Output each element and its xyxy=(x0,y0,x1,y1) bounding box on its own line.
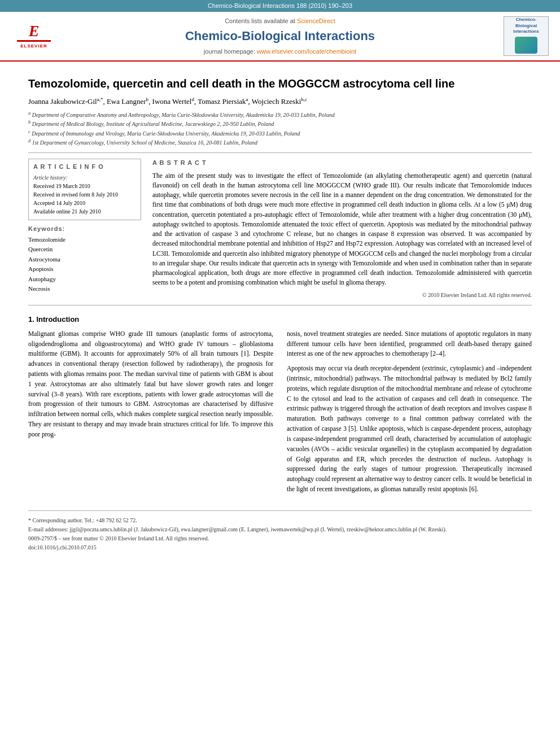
keywords-heading: Keywords: xyxy=(28,225,141,233)
emails-text: jjgil@poczta.umcs.lublin.pl (J. Jakubowi… xyxy=(69,526,447,532)
intro-right-col: nosis, novel treatment strategies are ne… xyxy=(287,329,532,499)
intro-para-1: Malignant gliomas comprise WHO grade III… xyxy=(28,329,273,440)
article-info-panel: A R T I C L E I N F O Article history: R… xyxy=(28,159,141,299)
doi-line: doi:10.1016/j.cbi.2010.07.015 xyxy=(28,544,532,552)
authors: Joanna Jakubowicz-Gila,*, Ewa Langnerb, … xyxy=(28,95,532,107)
contents-text: Contents lists available at xyxy=(225,18,295,24)
introduction-columns: Malignant gliomas comprise WHO grade III… xyxy=(28,329,532,499)
sciencedirect-link[interactable]: ScienceDirect xyxy=(297,18,335,24)
article-history-box: A R T I C L E I N F O Article history: R… xyxy=(28,159,141,220)
contents-line: Contents lists available at ScienceDirec… xyxy=(56,17,504,25)
article-info-heading: A R T I C L E I N F O xyxy=(33,163,136,171)
intro-left-col: Malignant gliomas comprise WHO grade III… xyxy=(28,329,273,499)
keyword-3: Astrocytoma xyxy=(28,255,141,264)
info-abstract-section: A R T I C L E I N F O Article history: R… xyxy=(28,159,532,299)
affiliation-b: b Department of Medical Biology, Institu… xyxy=(28,119,532,128)
affiliation-a: a Department of Comparative Anatomy and … xyxy=(28,110,532,119)
divider-2 xyxy=(28,305,532,305)
article-title: Temozolomide, quercetin and cell death i… xyxy=(28,76,532,91)
elsevier-logo: E ELSEVIER xyxy=(11,23,56,49)
email-addresses: E-mail addresses: jjgil@poczta.umcs.lubl… xyxy=(28,526,532,534)
keyword-1: Temozolomide xyxy=(28,235,141,244)
footnotes: * Corresponding author. Tel.: +48 792 62… xyxy=(28,510,532,552)
introduction-section: 1. Introduction Malignant gliomas compri… xyxy=(28,314,532,499)
corresponding-author: * Corresponding author. Tel.: +48 792 62… xyxy=(28,517,532,525)
journal-title: Chemico-Biological Interactions xyxy=(56,28,504,45)
elsevier-logo-icon: E xyxy=(29,23,40,39)
introduction-heading: 1. Introduction xyxy=(28,314,532,325)
email-label: E-mail addresses: xyxy=(28,526,68,532)
intro-para-right-2: Apoptosis may occur via death receptor-d… xyxy=(287,364,532,495)
journal-reference-text: Chemico-Biological Interactions 188 (201… xyxy=(208,2,352,9)
affiliations: a Department of Comparative Anatomy and … xyxy=(28,110,532,147)
copyright-text: © 2010 Elsevier Ireland Ltd. All rights … xyxy=(152,291,532,299)
keywords-box: Keywords: Temozolomide Quercetin Astrocy… xyxy=(28,225,141,294)
keyword-4: Apoptosis xyxy=(28,265,141,273)
journal-logo-right: Chemico-BiologicalInteractions xyxy=(504,16,549,56)
keyword-5: Autophagy xyxy=(28,275,141,283)
abstract-text: The aim of the present study was to inve… xyxy=(152,171,532,288)
revised-date: Received in revised form 8 July 2010 xyxy=(33,191,136,199)
history-label: Article history: xyxy=(33,174,136,182)
authors-text: Joanna Jakubowicz-Gila,*, Ewa Langnerb, … xyxy=(28,97,307,106)
intro-number: 1. xyxy=(28,315,34,324)
journal-reference-bar: Chemico-Biological Interactions 188 (201… xyxy=(0,0,560,12)
keyword-2: Quercetin xyxy=(28,245,141,254)
intro-para-right-1: nosis, novel treatment strategies are ne… xyxy=(287,329,532,359)
journal-homepage: journal homepage: www.elsevier.com/locat… xyxy=(56,47,504,56)
elsevier-label: ELSEVIER xyxy=(20,43,47,49)
intro-title: Introduction xyxy=(36,315,79,324)
divider-1 xyxy=(28,152,532,153)
homepage-url[interactable]: www.elsevier.com/locate/chembioint xyxy=(257,48,356,55)
issn-line: 0009-2797/$ – see front matter © 2010 El… xyxy=(28,535,532,543)
available-date: Available online 21 July 2010 xyxy=(33,208,136,216)
accepted-date: Accepted 14 July 2010 xyxy=(33,199,136,207)
abstract-panel: A B S T R A C T The aim of the present s… xyxy=(152,159,532,299)
affiliation-d: d 1st Department of Gynaecology, Univers… xyxy=(28,138,532,147)
main-content: Temozolomide, quercetin and cell death i… xyxy=(0,62,560,563)
affiliation-c: c Department of Immunology and Virology,… xyxy=(28,129,532,138)
elsevier-bar xyxy=(17,40,51,42)
homepage-label: journal homepage: xyxy=(204,48,255,55)
received-date: Received 19 March 2010 xyxy=(33,182,136,190)
journal-header: E ELSEVIER Contents lists available at S… xyxy=(0,12,560,62)
abstract-heading: A B S T R A C T xyxy=(152,159,532,167)
header-center: Contents lists available at ScienceDirec… xyxy=(56,17,504,56)
keyword-6: Necrosis xyxy=(28,285,141,293)
